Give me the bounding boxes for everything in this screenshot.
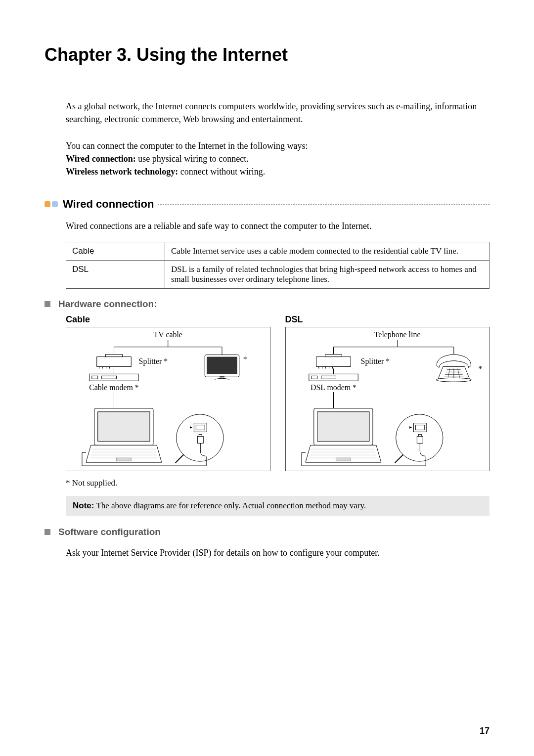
heading-bullets-icon xyxy=(44,201,58,207)
svg-rect-17 xyxy=(92,376,98,379)
telephone-icon xyxy=(436,354,472,382)
svg-rect-32 xyxy=(197,436,203,443)
subheading-text: Software configuration xyxy=(58,527,161,537)
laptop-icon xyxy=(86,408,162,462)
table-cell-name: DSL xyxy=(66,260,165,288)
svg-rect-33 xyxy=(199,434,202,436)
diagram-box-cable: TV cable Splitter * xyxy=(66,327,270,471)
note-label: Note: xyxy=(73,501,94,510)
diagram-column-cable: Cable TV cable xyxy=(66,314,270,471)
svg-rect-77 xyxy=(418,434,421,436)
wired-connection-line: Wired connection: use physical wiring to… xyxy=(66,152,490,165)
dsl-modem-label: DSL modem * xyxy=(311,383,356,392)
table-row: DSL DSL is a family of related technolog… xyxy=(66,260,490,288)
table-row: Cable Cable Internet service uses a cabl… xyxy=(66,242,490,260)
diagram-column-dsl: DSL Telephone line Splitter * xyxy=(285,314,490,471)
section-title: Wired connection xyxy=(63,198,154,211)
svg-rect-74 xyxy=(415,425,424,430)
subheading-software: Software configuration xyxy=(44,527,490,537)
svg-rect-70 xyxy=(336,458,351,461)
svg-rect-18 xyxy=(102,376,117,379)
note-box: Note: The above diagrams are for referen… xyxy=(66,496,490,516)
svg-rect-43 xyxy=(316,356,351,366)
wired-description: Wired connections are a reliable and saf… xyxy=(66,220,490,232)
chapter-title: Chapter 3. Using the Internet xyxy=(44,44,490,65)
svg-rect-44 xyxy=(325,354,342,356)
table-cell-desc: Cable Internet service uses a cable mode… xyxy=(165,242,490,260)
wired-text: use physical wiring to connect. xyxy=(136,154,249,164)
diagram-row: Cable TV cable xyxy=(66,314,490,471)
svg-rect-4 xyxy=(97,356,132,366)
note-text: The above diagrams are for reference onl… xyxy=(94,501,366,510)
footnote-not-supplied: * Not supplied. xyxy=(66,478,490,488)
wireless-text: connect without wiring. xyxy=(178,167,265,177)
svg-rect-21 xyxy=(98,411,150,441)
laptop-icon xyxy=(305,408,381,462)
diagram-title-cable: Cable xyxy=(66,314,270,325)
svg-rect-65 xyxy=(317,411,369,441)
wireless-label: Wireless network technology: xyxy=(66,167,178,177)
section-heading-wired: Wired connection xyxy=(44,198,490,211)
diagram-box-dsl: Telephone line Splitter * xyxy=(285,327,490,471)
svg-line-72 xyxy=(395,454,403,463)
svg-line-28 xyxy=(176,454,184,463)
svg-rect-62 xyxy=(321,376,336,379)
telephone-line-label: Telephone line xyxy=(374,330,420,339)
svg-text:▸: ▸ xyxy=(409,424,412,429)
svg-rect-30 xyxy=(196,425,205,430)
table-cell-name: Cable xyxy=(66,242,165,260)
magnifier-icon: ▸ xyxy=(395,414,443,462)
connection-table: Cable Cable Internet service uses a cabl… xyxy=(66,242,490,289)
intro-block: As a global network, the Internet connec… xyxy=(66,100,490,178)
splitter-label-dsl: Splitter * xyxy=(360,357,390,366)
dsl-diagram-svg: Telephone line Splitter * xyxy=(286,327,490,471)
heading-dash-line xyxy=(158,204,490,205)
cable-diagram-svg: TV cable Splitter * xyxy=(66,327,270,471)
intro-paragraph-1: As a global network, the Internet connec… xyxy=(66,100,490,126)
svg-rect-76 xyxy=(417,436,423,443)
modem-label: Cable modem * xyxy=(89,383,139,392)
page-number: 17 xyxy=(480,726,490,736)
page: Chapter 3. Using the Internet As a globa… xyxy=(0,0,534,756)
svg-rect-26 xyxy=(116,458,131,461)
svg-point-57 xyxy=(436,378,472,382)
subheading-hardware: Hardware connection: xyxy=(44,299,490,310)
software-text: Ask your Internet Service Provider (ISP)… xyxy=(66,546,490,559)
diagram-title-dsl: DSL xyxy=(285,314,490,325)
wired-label: Wired connection: xyxy=(66,154,136,164)
table-cell-desc: DSL is a family of related technologies … xyxy=(165,260,490,288)
tv-cable-label: TV cable xyxy=(154,330,182,338)
svg-rect-5 xyxy=(106,354,123,356)
svg-rect-61 xyxy=(311,376,317,379)
magnifier-icon: ▸ xyxy=(176,414,223,462)
svg-text:▸: ▸ xyxy=(190,424,192,429)
square-bullet-icon xyxy=(44,301,50,307)
svg-text:*: * xyxy=(243,355,247,363)
intro-paragraph-2: You can connect the computer to the Inte… xyxy=(66,139,490,152)
splitter-label: Splitter * xyxy=(139,357,168,366)
svg-text:*: * xyxy=(478,364,482,373)
wireless-connection-line: Wireless network technology: connect wit… xyxy=(66,165,490,178)
square-bullet-icon xyxy=(44,529,50,535)
svg-rect-12 xyxy=(207,356,237,374)
subheading-text: Hardware connection: xyxy=(58,299,157,310)
